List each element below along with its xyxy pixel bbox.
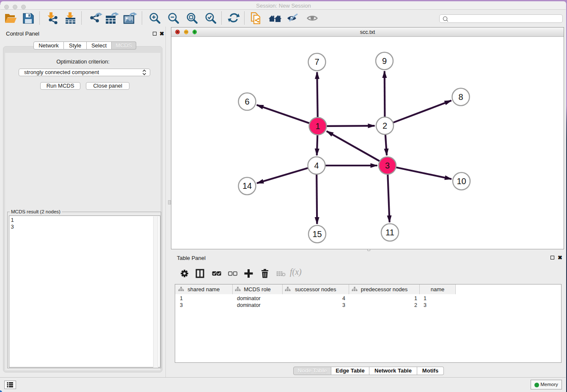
svg-text:14: 14 [242, 181, 252, 190]
svg-text:11: 11 [385, 228, 394, 237]
svg-text:6: 6 [245, 97, 249, 106]
svg-text:3: 3 [385, 161, 390, 170]
svg-text:4: 4 [314, 161, 319, 170]
svg-text:8: 8 [458, 92, 463, 102]
svg-text:15: 15 [312, 229, 322, 239]
svg-text:1: 1 [315, 121, 320, 131]
svg-text:7: 7 [314, 57, 319, 66]
svg-text:10: 10 [457, 177, 466, 186]
svg-text:2: 2 [383, 121, 387, 130]
svg-text:9: 9 [382, 56, 387, 66]
